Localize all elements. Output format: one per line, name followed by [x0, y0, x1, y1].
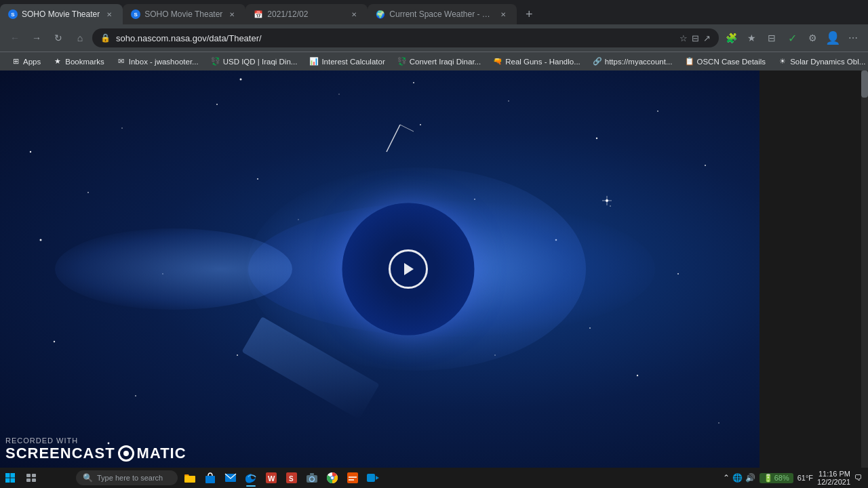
svg-point-6 — [596, 138, 597, 139]
tab-soho1[interactable]: S SOHO Movie Theater ✕ — [0, 4, 123, 24]
address-bar[interactable]: 🔒 soho.nascom.nasa.gov/data/Theater/ ☆ ⊟… — [92, 28, 719, 47]
forward-button[interactable]: → — [27, 28, 46, 47]
svg-rect-43 — [26, 474, 31, 477]
tab-date-close[interactable]: ✕ — [349, 9, 359, 20]
svg-marker-38 — [404, 263, 414, 275]
extensions-button[interactable]: 🧩 — [722, 28, 741, 47]
time-block[interactable]: 11:16 PM 12/2/2021 — [817, 470, 850, 486]
oscn-icon: 📋 — [685, 57, 694, 66]
taskbar-apps: W S — [180, 468, 382, 487]
clock-time: 11:16 PM — [817, 470, 850, 478]
sheets-button[interactable]: S — [282, 468, 301, 487]
address-text: soho.nascom.nasa.gov/data/Theater/ — [116, 33, 674, 43]
tab-date[interactable]: 📅 2021/12/02 ✕ — [245, 4, 368, 24]
task-view-button[interactable] — [22, 468, 41, 487]
battery-indicator[interactable]: 🔋 68% — [760, 473, 793, 483]
right-dark-panel — [760, 70, 868, 468]
bookmark-interest[interactable]: 📊 Interest Calculator — [304, 56, 390, 67]
svg-point-35 — [413, 82, 414, 83]
bookmark-usd-iqd[interactable]: 💱 USD IQD | Iraqi Din... — [205, 56, 303, 67]
word-icon: W — [265, 472, 277, 484]
svg-point-59 — [331, 476, 334, 479]
bookmark-inbox-label: Inbox - jwashooter... — [129, 58, 199, 66]
bookmark-bookmarks[interactable]: ★ Bookmarks — [47, 56, 110, 67]
chevron-up-icon[interactable]: ⌃ — [723, 473, 730, 483]
tab-space-close[interactable]: ✕ — [498, 9, 509, 20]
bookmark-inbox[interactable]: ✉ Inbox - jwashooter... — [111, 56, 204, 67]
reload-button[interactable]: ↻ — [49, 28, 68, 47]
convert-icon: 💱 — [397, 57, 407, 66]
svg-point-3 — [338, 94, 339, 94]
edge-button[interactable] — [241, 468, 260, 487]
edge-check[interactable]: ✓ — [783, 28, 802, 47]
bookmark-oscn[interactable]: 📋 OSCN Case Details — [679, 56, 772, 67]
tab-soho1-close[interactable]: ✕ — [104, 9, 115, 20]
watermark: RECORDED WITH SCREENCAST MATIC — [5, 436, 186, 462]
camera-button[interactable] — [302, 468, 321, 487]
bookmark-realguns[interactable]: 🔫 Real Guns - Handlo... — [488, 56, 586, 67]
mail-button[interactable] — [221, 468, 240, 487]
mail-icon — [224, 473, 237, 483]
svg-line-36 — [387, 125, 400, 152]
menu-button[interactable]: ⋯ — [844, 28, 863, 47]
bookmark-realguns-label: Real Guns - Handlo... — [505, 58, 580, 66]
start-button[interactable] — [0, 468, 20, 488]
svg-point-0 — [30, 151, 31, 152]
svg-text:W: W — [268, 474, 275, 483]
guns-icon: 🔫 — [493, 57, 502, 66]
svg-rect-41 — [5, 479, 10, 483]
bookmark-convert-label: Convert Iraqi Dinar... — [410, 58, 481, 66]
profile-button[interactable]: 👤 — [823, 28, 842, 47]
bookmark-myaccount[interactable]: 🔗 https://myaccount... — [587, 56, 678, 67]
bookmark-solar[interactable]: ☀ Solar Dynamics Obl... — [772, 56, 868, 67]
store-button[interactable] — [201, 468, 220, 487]
extensions2-button[interactable]: ⚙ — [803, 28, 822, 47]
svg-point-17 — [677, 273, 679, 274]
video-button[interactable] — [363, 468, 382, 487]
svg-point-5 — [508, 100, 509, 102]
tab-soho2-close[interactable]: ✕ — [226, 9, 237, 20]
notification-icon[interactable]: 🗨 — [854, 473, 863, 483]
scrollbar[interactable] — [861, 70, 868, 468]
comet-streak — [326, 111, 420, 165]
scrollbar-thumb[interactable] — [861, 70, 868, 98]
bookmark-usd-label: USD IQD | Iraqi Din... — [223, 58, 298, 66]
bookmark-convert[interactable]: 💱 Convert Iraqi Dinar... — [392, 56, 486, 67]
collections-icon[interactable]: ⊟ — [692, 33, 699, 43]
svg-point-24 — [589, 327, 591, 329]
word-button[interactable]: W — [262, 468, 281, 487]
play-icon — [401, 262, 415, 277]
bookmark-apps[interactable]: ⊞ Apps — [5, 56, 46, 67]
svg-point-8 — [705, 165, 706, 166]
tab-soho2[interactable]: S SOHO Movie Theater ✕ — [123, 4, 245, 24]
edge-icon — [245, 472, 257, 484]
weather-temperature: 61°F — [797, 474, 813, 482]
svg-line-37 — [400, 125, 414, 131]
collections-button[interactable]: ⊟ — [762, 28, 781, 47]
bookmark-solar-label: Solar Dynamics Obl... — [790, 58, 865, 66]
volume-icon[interactable]: 🔊 — [745, 473, 755, 483]
favorites-button[interactable]: ★ — [742, 28, 761, 47]
browser-chrome: S SOHO Movie Theater ✕ S SOHO Movie Thea… — [0, 0, 868, 70]
tab-space-title: Current Space Weather - Space W — [389, 9, 494, 19]
play-button[interactable] — [389, 249, 428, 289]
new-tab-button[interactable]: + — [519, 5, 538, 24]
star-icon[interactable]: ☆ — [679, 33, 688, 43]
taskbar-search[interactable]: 🔍 Type here to search — [76, 470, 178, 485]
back-button[interactable]: ← — [5, 28, 24, 47]
tab-space[interactable]: 🌍 Current Space Weather - Space W ✕ — [368, 4, 517, 24]
sheets-icon: S — [285, 472, 298, 484]
file-explorer-button[interactable] — [180, 468, 199, 487]
orange-app-button[interactable] — [343, 468, 362, 487]
tab-soho2-favicon: S — [131, 9, 140, 19]
network-icon[interactable]: 🌐 — [732, 473, 743, 483]
solar-icon: ☀ — [778, 57, 787, 66]
share-icon[interactable]: ↗ — [703, 33, 711, 43]
bookmark-star-icon: ★ — [53, 57, 62, 66]
svg-point-34 — [240, 79, 242, 81]
bookmarks-bar: ⊞ Apps ★ Bookmarks ✉ Inbox - jwashooter.… — [0, 52, 868, 70]
toolbar-icons: 🧩 ★ ⊟ ✓ ⚙ 👤 ⋯ — [722, 28, 863, 47]
clock-date: 12/2/2021 — [817, 478, 850, 486]
home-button[interactable]: ⌂ — [71, 28, 90, 47]
chrome-button[interactable] — [323, 468, 342, 487]
